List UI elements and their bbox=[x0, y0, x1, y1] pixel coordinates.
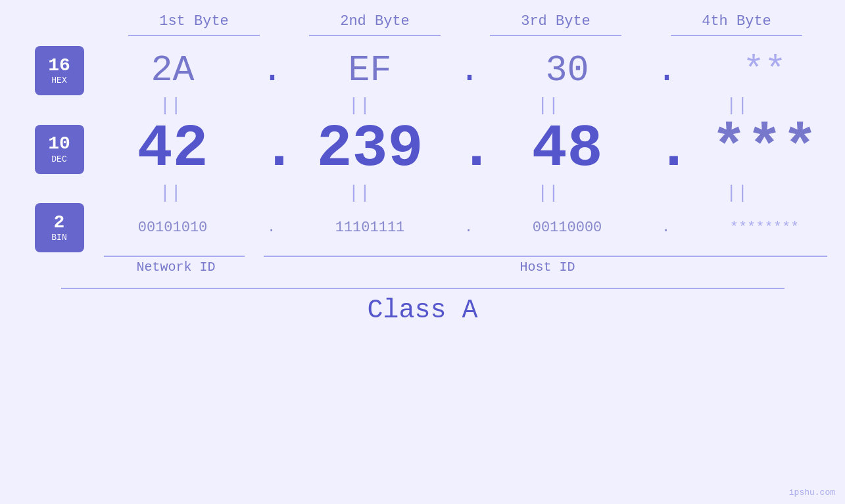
bin-val-3: 00110000 bbox=[495, 219, 640, 236]
dot-hex-2: . bbox=[459, 50, 479, 91]
hex-val-2: EF bbox=[298, 50, 443, 91]
bottom-brackets bbox=[104, 256, 827, 257]
equals-2: || bbox=[287, 95, 431, 116]
id-labels: Network ID Host ID bbox=[104, 260, 827, 275]
equals-row-2: || || || || bbox=[0, 183, 845, 203]
byte-label-1: 1st Byte bbox=[122, 13, 266, 30]
hex-row: 16 HEX 2A . EF . 30 . ** bbox=[0, 46, 845, 95]
main-container: 1st Byte 2nd Byte 3rd Byte 4th Byte 16 H… bbox=[0, 0, 845, 504]
watermark: ipshu.com bbox=[789, 488, 835, 497]
byte-label-2: 2nd Byte bbox=[302, 13, 447, 30]
dot-dec-3: . bbox=[656, 116, 676, 183]
network-bracket bbox=[104, 256, 245, 257]
hex-val-1: 2A bbox=[101, 50, 245, 91]
hex-val-3: 30 bbox=[495, 50, 640, 91]
hex-val-4: ** bbox=[692, 50, 837, 91]
dot-bin-2: . bbox=[459, 219, 479, 236]
dec-row: 10 DEC 42 . 239 . 48 . *** bbox=[0, 116, 845, 183]
dot-hex-1: . bbox=[262, 50, 281, 91]
equals-6: || bbox=[287, 183, 431, 203]
equals-5: || bbox=[98, 183, 243, 203]
dec-val-1: 42 bbox=[101, 116, 245, 183]
top-bracket-1 bbox=[128, 35, 260, 36]
dec-badge: 10 DEC bbox=[35, 125, 84, 174]
hex-badge: 16 HEX bbox=[35, 46, 84, 95]
dec-val-2: 239 bbox=[298, 116, 443, 183]
host-id-label: Host ID bbox=[268, 260, 827, 275]
bin-val-2: 11101111 bbox=[298, 219, 443, 236]
equals-4: || bbox=[665, 95, 809, 116]
equals-8: || bbox=[665, 183, 809, 203]
dot-dec-1: . bbox=[262, 116, 281, 183]
host-bracket bbox=[264, 256, 827, 257]
equals-1: || bbox=[98, 95, 243, 116]
dec-val-3: 48 bbox=[495, 116, 640, 183]
bin-val-1: 00101010 bbox=[101, 219, 245, 236]
equals-3: || bbox=[476, 95, 621, 116]
class-label: Class A bbox=[61, 296, 785, 325]
network-id-label: Network ID bbox=[104, 260, 249, 275]
dot-hex-3: . bbox=[656, 50, 676, 91]
dot-dec-2: . bbox=[459, 116, 479, 183]
top-bracket-3 bbox=[490, 35, 621, 36]
bin-row: 2 BIN 00101010 . 11101111 . 00110000 . *… bbox=[0, 203, 845, 252]
top-bracket-4 bbox=[671, 35, 802, 36]
dec-val-4: *** bbox=[692, 116, 837, 183]
bin-val-4: ******** bbox=[692, 219, 837, 236]
equals-7: || bbox=[476, 183, 621, 203]
dot-bin-1: . bbox=[262, 219, 281, 236]
top-bracket-2 bbox=[309, 35, 441, 36]
equals-row-1: || || || || bbox=[0, 95, 845, 116]
full-bottom-bracket bbox=[61, 288, 785, 289]
bin-badge: 2 BIN bbox=[35, 203, 84, 252]
byte-label-4: 4th Byte bbox=[664, 13, 809, 30]
dot-bin-3: . bbox=[656, 219, 676, 236]
byte-label-3: 3rd Byte bbox=[483, 13, 628, 30]
